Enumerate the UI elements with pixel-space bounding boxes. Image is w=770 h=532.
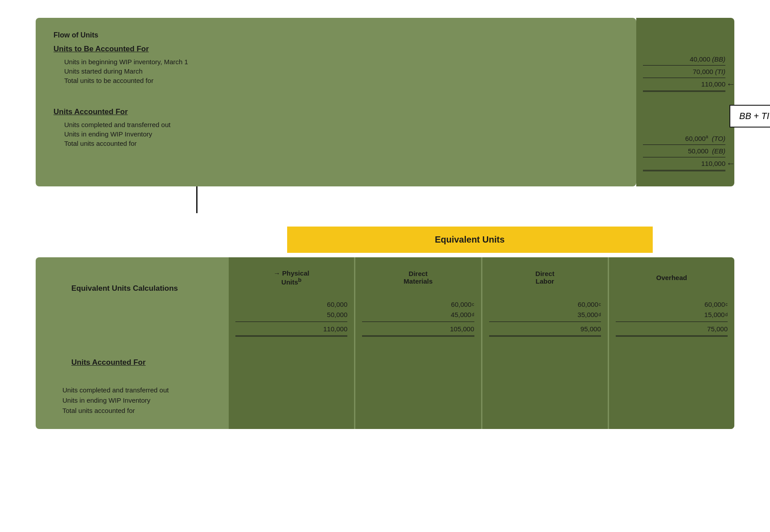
col-val-physical-total: 110,000 bbox=[235, 324, 347, 334]
formula-text: BB + TI = TO + EB bbox=[739, 111, 770, 121]
row-label-ti: Units started during March bbox=[54, 67, 143, 75]
col-header-dl-line1: Direct bbox=[535, 270, 555, 277]
col-header-oh: Overhead bbox=[656, 266, 687, 289]
col-values-dm: 60,000c 45,000d 105,000 bbox=[362, 299, 474, 337]
col-val-dm-1: 60,000c bbox=[362, 299, 474, 309]
flow-row-total-af: Total units accounted for bbox=[54, 139, 618, 148]
col-val-dm-total: 105,000 bbox=[362, 324, 474, 334]
val-to-tag: (TO) bbox=[710, 135, 725, 142]
connector-lines bbox=[196, 186, 198, 213]
value-eb: 50,000 (EB) bbox=[643, 146, 725, 156]
sup-oh-1: c bbox=[725, 302, 728, 307]
flow-row-eb: Units in ending WIP Inventory bbox=[54, 129, 618, 139]
val-bb-num: 40,000 bbox=[690, 55, 710, 63]
col-group: → Physical Unitsb 60,000 50,000 110,000 … bbox=[227, 257, 734, 429]
col-header-dm-line2: Materials bbox=[404, 277, 432, 285]
bottom-row-3: Total units accounted for bbox=[54, 405, 214, 416]
value-total-af: 110,000 ← bbox=[643, 159, 725, 168]
sup-to: a bbox=[706, 134, 708, 139]
flow-row-to: Units completed and transferred out bbox=[54, 120, 618, 129]
row-label-bb: Units in beginning WIP inventory, March … bbox=[54, 58, 188, 66]
row-label-total-be: Total units to be accounted for bbox=[54, 77, 153, 84]
col-physical-units: → Physical Unitsb 60,000 50,000 110,000 bbox=[227, 257, 354, 429]
bottom-row-2: Units in ending WIP Inventory bbox=[54, 395, 214, 405]
main-wrapper: Flow of Units Units to Be Accounted For … bbox=[9, 9, 761, 438]
right-values-col: 40,000 (BB) 70,000 (TI) 110,000 ← bbox=[636, 18, 734, 186]
col-header-dm-line1: Direct bbox=[404, 270, 432, 277]
col-val-oh-1: 60,000c bbox=[616, 299, 728, 309]
value-ti: 70,000 (TI) bbox=[643, 67, 725, 76]
sup-dm-1: c bbox=[472, 302, 474, 307]
flow-box: Flow of Units Units to Be Accounted For … bbox=[36, 18, 636, 186]
col-values-oh: 60,000c 15,000d 75,000 bbox=[616, 299, 728, 337]
col-direct-labor: Direct Labor 60,000c 35,000d 95,000 bbox=[481, 257, 608, 429]
units-to-be-header: Units to Be Accounted For bbox=[54, 45, 618, 54]
arrow-total-af: ← bbox=[726, 158, 735, 169]
val-to-num: 60,000a bbox=[685, 134, 708, 142]
sup-dm-2: d bbox=[472, 312, 474, 317]
bottom-left: Equivalent Units Calculations Units Acco… bbox=[36, 257, 227, 429]
flow-title: Flow of Units bbox=[54, 31, 618, 39]
sup-dl-1: c bbox=[599, 302, 601, 307]
row-label-eb: Units in ending WIP Inventory bbox=[54, 130, 152, 138]
col-values-physical: 60,000 50,000 110,000 bbox=[235, 299, 347, 337]
bottom-section: Equivalent Units Calculations Units Acco… bbox=[36, 257, 734, 429]
val-eb-tag: (EB) bbox=[710, 147, 725, 155]
row-label-total-af: Total units accounted for bbox=[54, 140, 137, 147]
value-bb: 40,000 (BB) bbox=[643, 54, 725, 64]
col-val-physical-2: 50,000 bbox=[235, 309, 347, 320]
val-total-be-num: 110,000 bbox=[701, 80, 725, 88]
col-header-physical-line2: Unitsb bbox=[274, 277, 309, 286]
value-total-be: 110,000 ← bbox=[643, 79, 725, 89]
col-overhead: Overhead 60,000c 15,000d 75,000 bbox=[608, 257, 734, 429]
eq-units-banner: Equivalent Units bbox=[287, 227, 653, 253]
col-values-dl: 60,000c 35,000d 95,000 bbox=[489, 299, 601, 337]
row-label-to: Units completed and transferred out bbox=[54, 121, 170, 128]
top-section: Flow of Units Units to Be Accounted For … bbox=[36, 18, 734, 186]
col-header-physical: → Physical Unitsb bbox=[274, 266, 309, 289]
col-header-oh-line1: Overhead bbox=[656, 274, 687, 281]
col-val-oh-2: 15,000d bbox=[616, 309, 728, 320]
col-direct-materials: Direct Materials 60,000c 45,000d 105,000 bbox=[354, 257, 481, 429]
col-val-physical-1: 60,000 bbox=[235, 299, 347, 309]
sup-dl-2: d bbox=[598, 312, 601, 317]
col-header-physical-line1: → Physical bbox=[274, 269, 309, 277]
sup-oh-2: d bbox=[725, 312, 728, 317]
col-header-dl: Direct Labor bbox=[535, 266, 555, 289]
flow-row-bb: Units in beginning WIP inventory, March … bbox=[54, 57, 618, 66]
flow-row-total-be: Total units to be accounted for bbox=[54, 76, 618, 85]
formula-box: BB + TI = TO + EB bbox=[729, 105, 770, 128]
bottom-row-1: Units completed and transferred out bbox=[54, 385, 214, 395]
col-val-dl-total: 95,000 bbox=[489, 324, 601, 334]
col-header-dm: Direct Materials bbox=[404, 266, 432, 289]
flow-row-ti: Units started during March bbox=[54, 66, 618, 76]
val-ti-tag: (TI) bbox=[715, 68, 725, 75]
val-bb-tag: (BB) bbox=[712, 55, 725, 63]
bottom-sub-header: Units Accounted For bbox=[54, 345, 214, 380]
col-val-dl-2: 35,000d bbox=[489, 309, 601, 320]
eq-units-text: Equivalent Units bbox=[435, 235, 505, 244]
bottom-section-title: Equivalent Units Calculations bbox=[54, 271, 214, 306]
middle-section: Equivalent Units bbox=[36, 227, 734, 253]
col-val-dl-1: 60,000c bbox=[489, 299, 601, 309]
val-ti-num: 70,000 bbox=[693, 68, 713, 75]
val-eb-num: 50,000 bbox=[688, 147, 708, 155]
col-header-dl-line2: Labor bbox=[535, 277, 555, 285]
val-total-af-num: 110,000 bbox=[701, 160, 725, 167]
units-accounted-header: Units Accounted For bbox=[54, 107, 618, 116]
arrow-total-be: ← bbox=[726, 79, 735, 89]
value-to: 60,000a (TO) bbox=[643, 133, 725, 143]
col-val-dm-2: 45,000d bbox=[362, 309, 474, 320]
col-val-oh-total: 75,000 bbox=[616, 324, 728, 334]
